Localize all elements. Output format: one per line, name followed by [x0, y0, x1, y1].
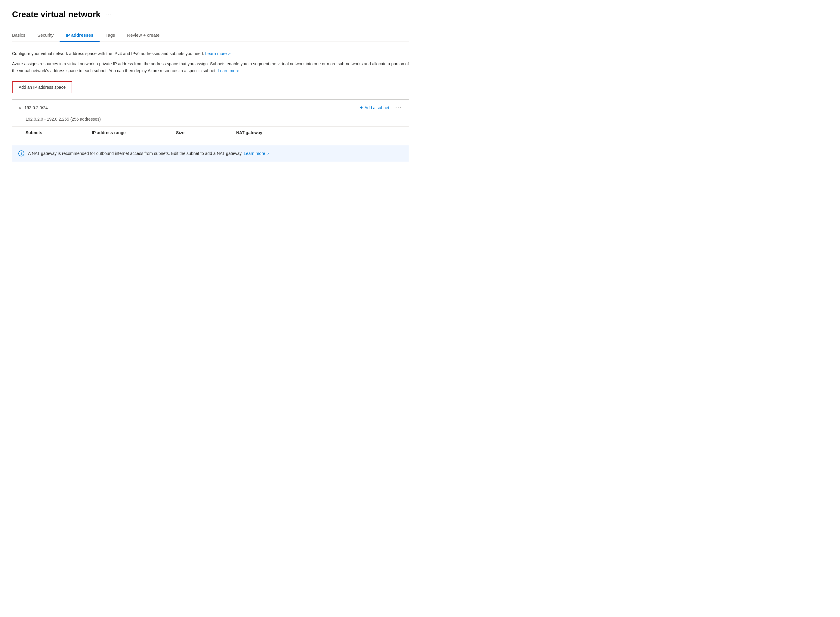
ip-space-container: ∧ 192.0.2.0/24 + Add a subnet ··· 192.0.… [12, 99, 409, 139]
tab-navigation: Basics Security IP addresses Tags Review… [12, 29, 409, 42]
col-header-nat-gateway: NAT gateway [236, 130, 320, 135]
ip-space-more-options-button[interactable]: ··· [394, 104, 403, 111]
more-options-button[interactable]: ··· [105, 11, 112, 18]
col-header-size: Size [176, 130, 236, 135]
ip-space-left: ∧ 192.0.2.0/24 [18, 105, 48, 110]
col-header-ip-range: IP address range [92, 130, 176, 135]
plus-icon: + [360, 105, 363, 111]
collapse-chevron-icon[interactable]: ∧ [18, 105, 21, 110]
learn-more-link-nat[interactable]: Learn more [244, 151, 269, 156]
description-line-1: Configure your virtual network address s… [12, 50, 409, 57]
tab-tags[interactable]: Tags [100, 29, 121, 42]
learn-more-link-2[interactable]: Learn more [218, 68, 239, 73]
page-header: Create virtual network ··· [12, 10, 409, 19]
ip-space-right: + Add a subnet ··· [360, 104, 403, 111]
add-ip-address-space-button[interactable]: Add an IP address space [12, 81, 72, 93]
info-icon: i [18, 151, 24, 156]
page-title: Create virtual network [12, 10, 100, 19]
ip-range-info: 192.0.2.0 - 192.0.2.255 (256 addresses) [12, 115, 409, 126]
learn-more-link-1[interactable]: Learn more [205, 51, 231, 56]
ip-space-header: ∧ 192.0.2.0/24 + Add a subnet ··· [12, 100, 409, 115]
add-subnet-button[interactable]: + Add a subnet [360, 105, 389, 111]
info-banner: i A NAT gateway is recommended for outbo… [12, 145, 409, 162]
tab-review-create[interactable]: Review + create [121, 29, 165, 42]
description-section: Configure your virtual network address s… [12, 50, 409, 74]
tab-security[interactable]: Security [31, 29, 59, 42]
description-line-2: Azure assigns resources in a virtual net… [12, 61, 409, 74]
info-banner-text: A NAT gateway is recommended for outboun… [28, 150, 269, 157]
subnets-table-header: Subnets IP address range Size NAT gatewa… [12, 126, 409, 139]
ip-cidr-label: 192.0.2.0/24 [24, 105, 48, 110]
tab-ip-addresses[interactable]: IP addresses [59, 29, 99, 42]
tab-basics[interactable]: Basics [12, 29, 31, 42]
col-header-subnets: Subnets [25, 130, 92, 135]
